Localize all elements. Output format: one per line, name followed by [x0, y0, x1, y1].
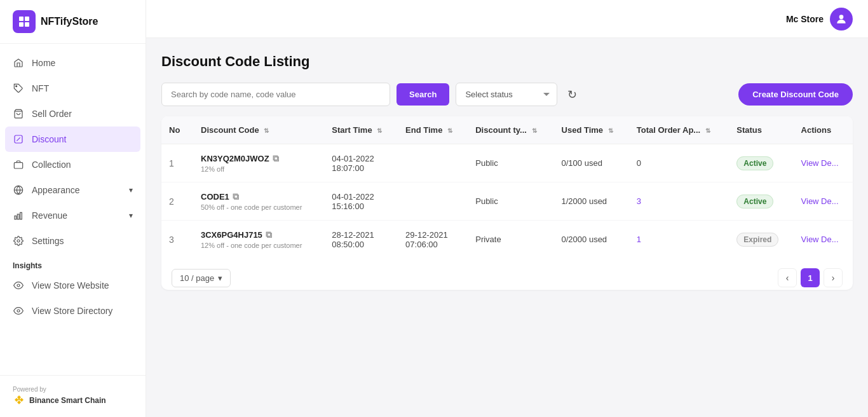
cell-used-time-0: 0/100 used: [554, 144, 629, 182]
sidebar-item-view-store-website-label: View Store Website: [32, 280, 109, 291]
col-used-time: Used Time ⇅: [554, 116, 629, 144]
powered-by-label: Powered by: [13, 386, 133, 393]
sidebar-item-sell-order-label: Sell Order: [32, 109, 72, 119]
svg-rect-0: [19, 17, 24, 21]
col-discount-code-sort-icon[interactable]: ⇅: [264, 127, 269, 134]
cell-total-order-0: 0: [629, 144, 729, 182]
status-select[interactable]: Select status Active Expired: [456, 83, 557, 106]
main-area: Mc Store Discount Code Listing Search Se…: [146, 0, 868, 417]
view-details-link-1[interactable]: View De...: [801, 196, 839, 206]
copy-code-icon-0[interactable]: ⧉: [271, 152, 280, 165]
svg-rect-12: [20, 212, 22, 219]
sidebar-item-view-store-directory-label: View Store Directory: [32, 306, 112, 316]
appearance-chevron-icon: ▾: [129, 186, 133, 195]
cell-start-time-1: 04-01-2022 15:16:00: [324, 182, 398, 221]
svg-rect-3: [25, 22, 29, 27]
col-no: No: [161, 116, 193, 144]
logo-area[interactable]: NFTifyStore: [0, 0, 146, 44]
table-body: 1 KN3YQ2M0JWOZ ⧉ 12% off 04-01-2022 18:0…: [161, 144, 853, 259]
status-badge-0: Active: [736, 156, 773, 170]
svg-point-21: [839, 15, 844, 19]
col-start-time: Start Time ⇅: [324, 116, 398, 144]
cell-code-1: CODE1 ⧉ 50% off - one code per customer: [193, 182, 324, 221]
discount-icon: [13, 133, 24, 145]
main-content: Discount Code Listing Search Select stat…: [146, 38, 868, 417]
toolbar: Search Select status Active Expired ↻ Cr…: [161, 83, 853, 106]
view-store-directory-icon: [13, 305, 24, 317]
search-input[interactable]: [161, 83, 390, 106]
view-details-link-0[interactable]: View De...: [801, 158, 839, 168]
refresh-button[interactable]: ↻: [564, 84, 581, 106]
col-used-time-sort-icon[interactable]: ⇅: [608, 127, 613, 134]
col-end-time: End Time ⇅: [398, 116, 468, 144]
col-actions: Actions: [794, 116, 853, 144]
col-end-time-sort-icon[interactable]: ⇅: [447, 127, 452, 134]
cell-end-time-2: 29-12-2021 07:06:00: [398, 221, 468, 259]
status-badge-1: Active: [736, 195, 773, 208]
sidebar-item-sell-order[interactable]: Sell Order: [0, 101, 146, 126]
user-avatar: [830, 8, 853, 31]
cell-status-0: Active: [729, 144, 793, 182]
cell-no-1: 2: [161, 182, 193, 221]
user-info[interactable]: Mc Store: [786, 8, 853, 31]
cell-type-1: Public: [468, 182, 553, 221]
sidebar: NFTifyStore Home NFT Sell Order: [0, 0, 146, 417]
binance-chain-label: Binance Smart Chain: [13, 394, 133, 407]
cell-code-0: KN3YQ2M0JWOZ ⧉ 12% off: [193, 144, 324, 182]
current-page[interactable]: 1: [801, 268, 820, 287]
cell-used-time-1: 1/2000 used: [554, 182, 629, 221]
cell-total-order-1: 3: [629, 182, 729, 221]
view-store-website-icon: [13, 280, 24, 291]
cell-type-2: Private: [468, 221, 553, 259]
view-details-link-2[interactable]: View De...: [801, 235, 839, 244]
sidebar-item-home[interactable]: Home: [0, 50, 146, 76]
cell-no-0: 1: [161, 144, 193, 182]
sidebar-item-appearance[interactable]: Appearance ▾: [0, 177, 146, 203]
total-order-link-1[interactable]: 3: [637, 196, 641, 206]
col-start-time-sort-icon[interactable]: ⇅: [377, 127, 382, 134]
svg-marker-17: [20, 398, 24, 402]
cell-start-time-2: 28-12-2021 08:50:00: [324, 221, 398, 259]
per-page-selector[interactable]: 10 / page ▾: [172, 269, 231, 287]
svg-rect-7: [14, 163, 22, 168]
sidebar-item-nft[interactable]: NFT: [0, 76, 146, 101]
search-button[interactable]: Search: [397, 83, 449, 106]
cell-total-order-2: 1: [629, 221, 729, 259]
svg-point-15: [17, 310, 20, 312]
create-discount-code-button[interactable]: Create Discount Code: [738, 83, 853, 106]
total-order-link-2[interactable]: 1: [637, 235, 641, 244]
sidebar-item-collection[interactable]: Collection: [0, 152, 146, 177]
col-status: Status: [729, 116, 793, 144]
sidebar-item-revenue[interactable]: Revenue ▾: [0, 203, 146, 228]
svg-rect-2: [19, 22, 24, 27]
insights-label: Insights: [0, 254, 146, 273]
svg-marker-18: [15, 398, 18, 402]
prev-page-button[interactable]: ‹: [778, 268, 797, 287]
sidebar-item-view-store-website[interactable]: View Store Website: [0, 273, 146, 298]
cell-end-time-0: [398, 144, 468, 182]
app-name: NFTifyStore: [41, 16, 98, 27]
sidebar-item-settings[interactable]: Settings: [0, 228, 146, 254]
copy-code-icon-1[interactable]: ⧉: [231, 190, 240, 203]
cell-status-1: Active: [729, 182, 793, 221]
per-page-chevron-icon: ▾: [218, 273, 222, 283]
cell-actions-2: View De...: [794, 221, 853, 259]
sidebar-item-discount-label: Discount: [32, 134, 66, 144]
col-total-order-sort-icon[interactable]: ⇅: [705, 127, 710, 134]
table-header: No Discount Code ⇅ Start Time ⇅ End Time: [161, 116, 853, 144]
svg-point-13: [17, 240, 20, 242]
next-page-button[interactable]: ›: [824, 268, 843, 287]
nft-icon: [13, 83, 24, 94]
user-name: Mc Store: [786, 14, 824, 24]
col-discount-type: Discount ty... ⇅: [468, 116, 553, 144]
sidebar-item-discount[interactable]: Discount: [5, 126, 140, 152]
home-icon: [13, 57, 24, 69]
top-header: Mc Store: [146, 0, 868, 38]
revenue-chevron-icon: ▾: [129, 211, 133, 220]
sidebar-footer: Powered by Binance Smart Chain: [0, 375, 146, 417]
sidebar-item-view-store-directory[interactable]: View Store Directory: [0, 298, 146, 324]
table-row: 2 CODE1 ⧉ 50% off - one code per custome…: [161, 182, 853, 221]
col-discount-type-sort-icon[interactable]: ⇅: [532, 127, 537, 134]
settings-icon: [13, 235, 24, 247]
copy-code-icon-2[interactable]: ⧉: [264, 228, 273, 241]
